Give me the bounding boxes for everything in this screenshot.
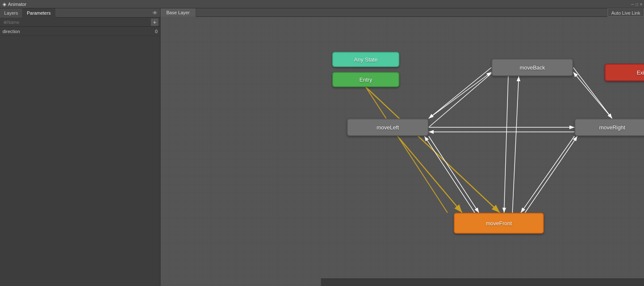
any-state-label: Any State <box>354 57 378 63</box>
exit-label: Exit <box>637 70 644 76</box>
entry-node[interactable]: Entry <box>332 72 399 87</box>
svg-line-12 <box>521 136 574 213</box>
close-icon[interactable]: × <box>640 2 642 7</box>
parameter-row: direction 0 <box>0 27 160 36</box>
add-parameter-button[interactable]: + <box>151 18 158 26</box>
moveleft-node[interactable]: moveLeft <box>347 119 429 136</box>
tab-bar: Base Layer Auto Live Link <box>160 8 644 17</box>
entry-label: Entry <box>360 77 372 83</box>
tab-parameters[interactable]: Parameters <box>23 8 55 18</box>
titlebar: ◈ Animator ─ □ × <box>0 0 644 8</box>
main-area: Base Layer Auto Live Link <box>160 8 644 286</box>
base-layer-tab[interactable]: Base Layer <box>160 8 196 17</box>
svg-line-17 <box>399 138 462 213</box>
sidebar: Layers Parameters 👁 + direction 0 <box>0 8 160 286</box>
tab-layers[interactable]: Layers <box>0 8 23 18</box>
movefront-node[interactable]: moveFront <box>454 213 544 234</box>
exit-node[interactable]: Exit <box>605 64 644 81</box>
auto-live-link-button[interactable]: Auto Live Link <box>608 8 644 17</box>
moveback-node[interactable]: moveBack <box>491 59 573 76</box>
app-title: Animator <box>8 2 26 7</box>
svg-line-4 <box>429 67 491 119</box>
any-state-node[interactable]: Any State <box>332 52 399 67</box>
param-name: direction <box>3 29 155 34</box>
movefront-label: moveFront <box>486 220 512 227</box>
svg-line-14 <box>504 76 508 213</box>
svg-line-16 <box>429 73 491 127</box>
statusbar: Animations/Player.controller <box>321 278 644 286</box>
svg-line-3 <box>366 87 500 213</box>
svg-line-10 <box>429 136 479 213</box>
search-bar: + <box>0 18 160 27</box>
sidebar-tabs: Layers Parameters 👁 <box>0 8 160 18</box>
minimize-icon[interactable]: ─ <box>631 2 634 7</box>
param-value: 0 <box>155 29 158 34</box>
moveback-label: moveBack <box>520 64 545 71</box>
moveleft-label: moveLeft <box>377 124 399 131</box>
svg-line-11 <box>424 136 475 213</box>
svg-line-15 <box>512 76 519 213</box>
eye-icon[interactable]: 👁 <box>150 8 160 18</box>
moveright-node[interactable]: moveRight <box>574 119 644 136</box>
svg-line-5 <box>429 72 491 119</box>
search-input[interactable] <box>2 20 151 25</box>
svg-line-13 <box>525 136 577 213</box>
svg-line-0 <box>366 87 447 213</box>
moveright-label: moveRight <box>599 124 625 131</box>
arrows-svg <box>160 17 644 286</box>
animator-icon: ◈ <box>3 1 6 7</box>
animator-canvas[interactable]: Any State Entry moveBack Exit moveLeft m… <box>160 17 644 286</box>
window-controls: ─ □ × <box>631 0 642 8</box>
maximize-icon[interactable]: □ <box>636 2 638 7</box>
